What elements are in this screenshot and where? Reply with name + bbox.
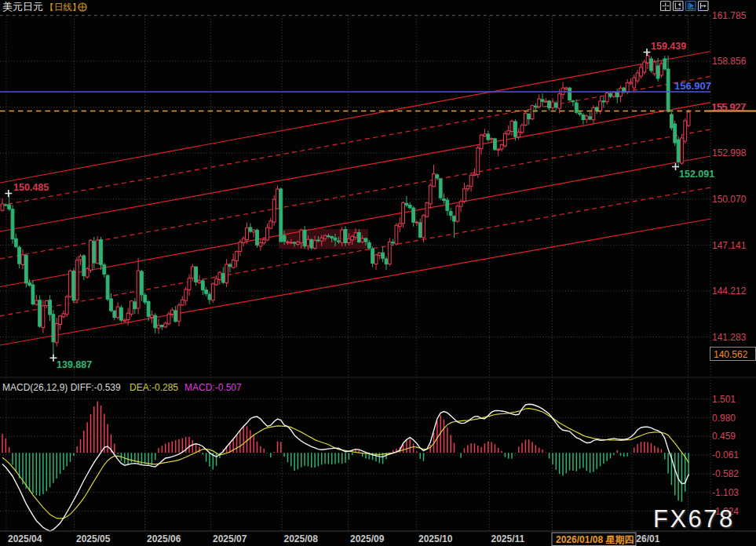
- svg-text:-0.061: -0.061: [712, 450, 739, 460]
- svg-text:DEA:-0.285: DEA:-0.285: [130, 382, 178, 393]
- svg-text:158.856: 158.856: [712, 56, 747, 67]
- svg-text:MACD:-0.507: MACD:-0.507: [184, 382, 242, 393]
- svg-text:150.070: 150.070: [712, 194, 747, 205]
- svg-text:-1.103: -1.103: [712, 487, 739, 498]
- svg-text:152.998: 152.998: [712, 147, 747, 158]
- svg-text:139.887: 139.887: [57, 359, 92, 370]
- svg-text:140.562: 140.562: [714, 349, 748, 360]
- svg-text:2025/08: 2025/08: [284, 533, 319, 544]
- svg-text:2025/10: 2025/10: [418, 533, 453, 544]
- svg-text:0.980: 0.980: [712, 413, 736, 424]
- svg-text:2025/09: 2025/09: [350, 533, 385, 544]
- svg-text:0.459: 0.459: [712, 431, 736, 442]
- svg-text:2026/01/08 星期四: 2026/01/08 星期四: [556, 534, 634, 545]
- svg-text:MACD(26,12,9) DIFF:-0.539: MACD(26,12,9) DIFF:-0.539: [2, 382, 121, 393]
- svg-text:2025/06: 2025/06: [147, 533, 181, 544]
- svg-text:2025/11: 2025/11: [491, 533, 525, 544]
- svg-text:141.283: 141.283: [712, 332, 747, 343]
- svg-text:159.439: 159.439: [651, 41, 686, 52]
- svg-text:FX678: FX678: [653, 505, 735, 533]
- svg-text:152.091: 152.091: [679, 169, 714, 180]
- svg-text:-0.582: -0.582: [712, 468, 739, 479]
- svg-text:2025/05: 2025/05: [76, 533, 111, 544]
- svg-text:2025/04: 2025/04: [8, 533, 42, 544]
- svg-text:1.501: 1.501: [712, 394, 736, 405]
- svg-text:147.141: 147.141: [712, 240, 747, 251]
- svg-text:156.907: 156.907: [674, 80, 711, 92]
- svg-text:144.212: 144.212: [712, 286, 747, 297]
- svg-text:美元日元 【日线】: 美元日元 【日线】: [2, 1, 81, 13]
- svg-text:150.485: 150.485: [13, 182, 49, 193]
- svg-text:161.785: 161.785: [712, 10, 747, 21]
- svg-text:2025/07: 2025/07: [213, 533, 247, 544]
- svg-text:155.927: 155.927: [711, 102, 746, 113]
